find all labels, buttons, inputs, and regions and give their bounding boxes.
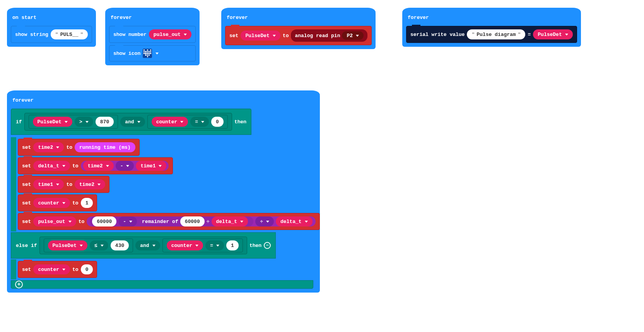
string-input[interactable]: "PULS__" (51, 29, 88, 39)
var-pulsedet-pill[interactable]: PulseDet (241, 31, 280, 41)
val-60000-a[interactable]: 60000 (92, 216, 116, 226)
elseif-label: else if (16, 243, 37, 249)
hat-forever-2: forever (221, 11, 376, 24)
math-minus-wrap[interactable]: time2 - time1 (81, 161, 169, 171)
string-value: PULS__ (60, 32, 79, 37)
to-label: to (283, 33, 289, 39)
hat-forever-4: forever (7, 94, 320, 106)
set-label: set (229, 33, 238, 39)
var-time1-ref[interactable]: time1 (136, 161, 166, 171)
hat-label: forever (408, 15, 429, 20)
hat-on-start: on start (7, 11, 96, 24)
compare-lte[interactable]: PulseDet ≤ 430 (44, 238, 133, 252)
if-label: if (16, 119, 22, 125)
hat-label: on start (12, 15, 36, 20)
and-condition-2[interactable]: PulseDet ≤ 430 and counter = 1 (39, 237, 247, 254)
var-deltat-dd[interactable]: delta_t (33, 161, 70, 171)
serial-name-input[interactable]: "Pulse diagram" (467, 29, 525, 39)
show-number-label: show number (113, 32, 147, 37)
set-time1-block[interactable]: set time1 to time2 (18, 176, 109, 193)
hat-label: forever (227, 15, 248, 20)
var-pulsedet-cond2[interactable]: PulseDet (48, 240, 87, 250)
analog-read-pill[interactable]: analog read pin P2 (291, 29, 367, 42)
and-dropdown-1[interactable]: and (120, 117, 145, 127)
var-counter-dd[interactable]: counter (33, 198, 70, 208)
elseif-block[interactable]: else if PulseDet ≤ 430 and counter = 1 t… (11, 232, 276, 259)
show-icon-label: show icon (113, 51, 140, 56)
var-pulse-out-pill[interactable]: pulse_out (149, 29, 191, 39)
analog-read-label: analog read pin (295, 33, 340, 39)
serial-write-label: serial write value (410, 32, 465, 37)
set-time2-block[interactable]: set time2 to running time (ms) (18, 139, 140, 156)
math-minus-inner[interactable]: 60000 - remainder of 60000 ÷ delta_t (90, 216, 253, 226)
val-1-cond[interactable]: 1 (226, 240, 239, 250)
set-pulsedet-block[interactable]: set PulseDet to analog read pin P2 (225, 26, 372, 45)
show-string-block[interactable]: show string "PULS__" (11, 26, 92, 43)
var-deltat-ref2[interactable]: delta_t (276, 216, 313, 226)
val-0-input[interactable]: 0 (211, 117, 224, 127)
compare-gt[interactable]: PulseDet > 870 (29, 115, 118, 129)
val-1-input[interactable]: 1 (81, 198, 93, 208)
compare-eq-2[interactable]: counter = 1 (162, 238, 243, 252)
op-div-dd[interactable]: ÷ (255, 216, 274, 226)
hat-label: forever (12, 97, 34, 103)
add-branch-icon[interactable]: + (15, 281, 23, 288)
var-counter-cond[interactable]: counter (152, 117, 188, 127)
and-dropdown-2[interactable]: and (135, 240, 160, 250)
var-time1-dd[interactable]: time1 (33, 179, 64, 189)
op-minus-dd[interactable]: - (116, 161, 134, 171)
hat-forever-3: forever (402, 11, 581, 24)
var-time2-dd[interactable]: time2 (33, 142, 64, 152)
val-0-input2[interactable]: 0 (81, 264, 93, 274)
forever-block-display[interactable]: forever show number pulse_out show icon (105, 11, 200, 65)
op-minus-dd2[interactable]: - (118, 216, 137, 226)
forever-block-serial[interactable]: forever serial write value "Pulse diagra… (402, 11, 581, 47)
math-outer-div[interactable]: 60000 - remainder of 60000 ÷ delta_t ÷ d… (87, 216, 315, 226)
equals-label: = (528, 32, 531, 37)
var-deltat-ref[interactable]: delta_t (212, 216, 248, 226)
remove-branch-icon[interactable]: − (264, 242, 271, 249)
show-string-label: show string (15, 32, 48, 37)
hat-forever-1: forever (105, 11, 200, 24)
op-gt-dropdown[interactable]: > (75, 117, 93, 127)
var-counter-cond2[interactable]: counter (167, 240, 203, 250)
remainder-pill[interactable]: remainder of 60000 ÷ delta_t (139, 216, 251, 226)
set-counter-1-block[interactable]: set counter to 1 (18, 194, 97, 211)
set-counter-0-block[interactable]: set counter to 0 (18, 261, 97, 278)
if-footer: + (11, 280, 313, 289)
op-eq-dropdown-1[interactable]: = (190, 117, 209, 127)
var-time2-ref[interactable]: time2 (83, 161, 114, 171)
hat-label: forever (111, 15, 132, 20)
op-eq-dropdown-2[interactable]: = (205, 240, 224, 250)
var-pulsedet-cond[interactable]: PulseDet (33, 117, 72, 127)
running-time-pill[interactable]: running time (ms) (75, 142, 135, 152)
var-pulseout-dd[interactable]: pulse_out (33, 216, 76, 226)
var-label: pulse_out (154, 32, 181, 37)
then-label-2: then (249, 243, 261, 249)
chevron-down-icon[interactable] (155, 53, 159, 54)
var-counter-dd2[interactable]: counter (33, 264, 70, 274)
set-deltat-block[interactable]: set delta_t to time2 - time1 (18, 157, 173, 174)
var-pulsedet-pill-2[interactable]: PulseDet (533, 29, 572, 39)
show-icon-block[interactable]: show icon (109, 45, 196, 61)
set-pulseout-block[interactable]: set pulse_out to 60000 - remainder of 60… (18, 213, 320, 230)
val-60000-b[interactable]: 60000 (180, 216, 205, 226)
pin-dropdown[interactable]: P2 (342, 31, 364, 40)
on-start-block[interactable]: on start show string "PULS__" (7, 11, 96, 47)
show-number-block[interactable]: show number pulse_out (109, 26, 196, 43)
op-lte-dropdown[interactable]: ≤ (90, 240, 108, 250)
val-430-input[interactable]: 430 (111, 240, 129, 250)
compare-eq-1[interactable]: counter = 0 (147, 115, 228, 129)
then-label: then (234, 119, 246, 125)
heart-icon[interactable] (143, 49, 152, 58)
val-870-input[interactable]: 870 (96, 117, 114, 127)
forever-block-read[interactable]: forever set PulseDet to analog read pin … (221, 11, 376, 49)
if-block[interactable]: if PulseDet > 870 and counter = 0 then (11, 109, 251, 135)
forever-block-logic[interactable]: forever if PulseDet > 870 and counter = … (7, 94, 320, 293)
var-time2-ref2[interactable]: time2 (75, 179, 105, 189)
and-condition-1[interactable]: PulseDet > 870 and counter = 0 (24, 113, 232, 131)
serial-write-block[interactable]: serial write value "Pulse diagram" = Pul… (406, 26, 577, 43)
